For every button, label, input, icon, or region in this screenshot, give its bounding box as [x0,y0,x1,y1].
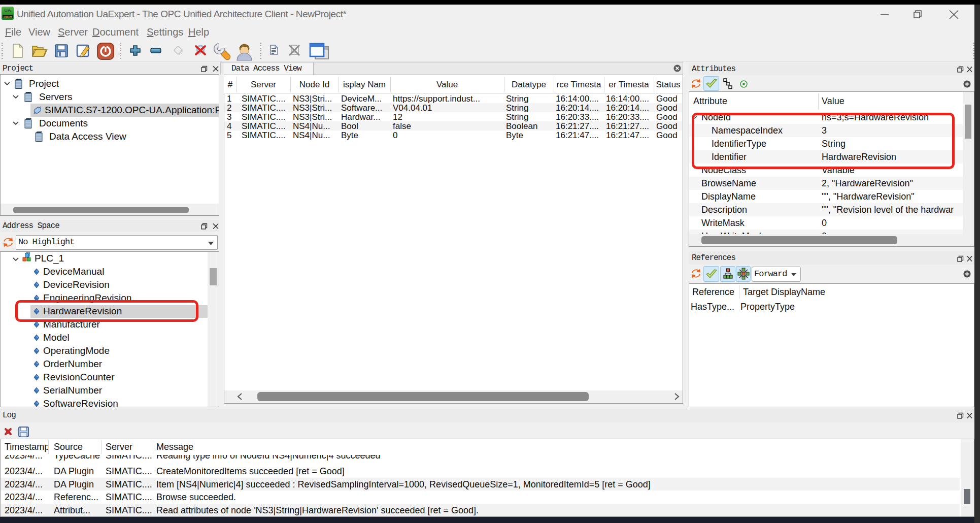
svg-text:expert: expert [4,15,12,18]
svg-text:UA: UA [5,8,11,13]
